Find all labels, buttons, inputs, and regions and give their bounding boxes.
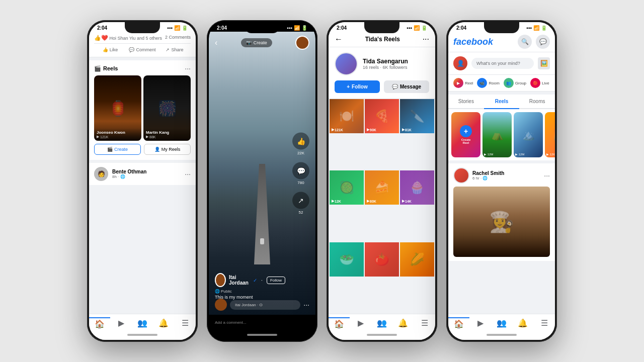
grid-item-5[interactable]: 🍰 ▶ 80K [365, 170, 399, 205]
tab-stories[interactable]: Stories [448, 95, 484, 108]
grid-item-3[interactable]: 🔪 ▶ 81K [400, 99, 434, 133]
grid-item-6[interactable]: 🧁 ▶ 14K [400, 170, 434, 205]
reel1-views: ▶ 121K [97, 135, 139, 139]
grid-item-1[interactable]: 🍽️ ▶ 121K [330, 99, 364, 133]
messenger-button[interactable]: 💬 [536, 35, 550, 49]
reels-title: 🎬 Reels [94, 65, 118, 72]
notch-2 [245, 22, 280, 33]
phone-2: 2:04 ▪▪▪ 📶 🔋 ‹ 📷 Create [207, 20, 317, 342]
quick-room-button[interactable]: 📹 Room [477, 78, 499, 88]
post-more-icon[interactable]: ··· [185, 170, 191, 178]
nav-video-3[interactable]: ▶ [350, 317, 371, 330]
reactions-row: 👍❤️ Hoi Shan Yiu and 5 others 2 Comments [94, 35, 191, 41]
phone4-screen: facebook 🔍 💬 👤 What's on your mind? 🖼️ ▶… [448, 32, 555, 314]
home-indicator-1 [89, 330, 196, 340]
reels-thumbnails-row: + CreateReel ⛺ ▶ 12M 🏔️ ▶ 12M 🌅 ▶ 12K [448, 109, 555, 160]
like-button[interactable]: 👍 Like [94, 46, 126, 54]
reel-thumb-3[interactable]: 🌅 ▶ 12K [545, 112, 555, 157]
grid-item-7[interactable]: 🥗 [330, 242, 364, 277]
nav-bell-1[interactable]: 🔔 [153, 317, 174, 330]
status-icons-1: ▪▪▪ 📶 🔋 [167, 25, 188, 31]
comment-more-icon[interactable]: ··· [303, 301, 309, 309]
home-bar-1 [127, 334, 157, 336]
quick-group-button[interactable]: 👥 Group [504, 78, 526, 88]
bottom-nav-3: 🏠 ▶ 👥 🔔 ☰ [329, 314, 435, 330]
profile-avatar [335, 52, 358, 75]
video-top-nav: ‹ 📷 Create [209, 32, 315, 54]
feed-post-image: 👩‍🍳 [453, 187, 550, 257]
quick-actions-bar: ▶ Reel 📹 Room 👥 Group 🔴 Live [448, 75, 555, 92]
home-bar-2 [247, 334, 277, 336]
user-avatar-4: 👤 [453, 56, 467, 70]
header-icons: 🔍 💬 [518, 35, 550, 49]
photo-icon[interactable]: 🖼️ [538, 57, 550, 69]
nav-menu-1[interactable]: ☰ [175, 317, 196, 330]
reel-card-1[interactable]: 🏮 Joonseo Kwon ▶ 121K [94, 75, 141, 141]
feed-post-more-icon[interactable]: ··· [544, 171, 550, 179]
share-button[interactable]: ↗ Share [158, 46, 191, 54]
video-user-avatar [295, 36, 309, 50]
my-reels-button[interactable]: 👤 My Reels [144, 144, 191, 155]
back-button[interactable]: ‹ [215, 38, 217, 47]
facebook-header: facebook 🔍 💬 [448, 32, 555, 52]
phone2-screen: ‹ 📷 Create 👍 22K 💬 780 [209, 32, 315, 330]
reel-thumb-1[interactable]: ⛺ ▶ 12M [482, 112, 512, 157]
grid-item-9[interactable]: 🌽 [400, 242, 434, 277]
like-action[interactable]: 👍 22K [292, 132, 309, 155]
profile-back-button[interactable]: ← [335, 35, 343, 44]
status-icons-3: ▪▪▪ 📶 🔋 [407, 25, 427, 31]
quick-reel-button[interactable]: ▶ Reel [453, 78, 473, 88]
create-reel-button[interactable]: 🎬 Create [94, 144, 141, 155]
profile-follow-button[interactable]: + Follow [335, 80, 380, 93]
reels-grid: 🏮 Joonseo Kwon ▶ 121K 🎆 [94, 75, 191, 141]
video-follow-button[interactable]: Follow [267, 277, 285, 284]
car-overlay [260, 238, 264, 244]
reel-card-2[interactable]: 🎆 Martin Kang ▶ 88K [143, 75, 191, 141]
phone3-screen: ← Tida's Reels ··· Tida Saengarun 16 ree… [329, 32, 435, 314]
grid-item-8[interactable]: 🍅 [365, 242, 399, 277]
share-action[interactable]: ↗ 52 [292, 192, 309, 214]
reel-thumb-2[interactable]: 🏔️ ▶ 12M [514, 112, 543, 157]
comment-avatar [215, 299, 227, 311]
reel-overlay-2: Martin Kang ▶ 88K [143, 128, 191, 141]
post-create-box: 👤 What's on your mind? 🖼️ [448, 52, 555, 75]
profile-more-button[interactable]: ··· [423, 35, 429, 44]
nav-video-4[interactable]: ▶ [469, 317, 491, 330]
profile-message-button[interactable]: 💬 Message [384, 80, 429, 93]
video-home-indicator [209, 330, 315, 340]
reels-more-icon[interactable]: ··· [185, 64, 191, 72]
search-button[interactable]: 🔍 [518, 35, 532, 49]
grid-item-2[interactable]: 🍕 ▶ 90K [365, 99, 399, 133]
post-input[interactable]: What's on your mind? [471, 58, 534, 69]
nav-people-4[interactable]: 👥 [491, 317, 512, 330]
create-reel-thumb[interactable]: + CreateReel [451, 112, 480, 157]
nav-home-1[interactable]: 🏠 [89, 317, 110, 330]
video-bottom-info: Itai Jordaan ✓ · Follow 🌐 Public This is… [215, 273, 285, 300]
phone-3: 2:04 ▪▪▪ 📶 🔋 ← Tida's Reels ··· Tida Sae… [327, 20, 437, 342]
tab-rooms[interactable]: Rooms [519, 95, 555, 108]
comment-button[interactable]: 💬 Comment [126, 46, 158, 54]
reactions-bar: 👍❤️ Hoi Shan Yiu and 5 others 2 Comments… [89, 32, 196, 57]
tab-reels[interactable]: Reels [484, 95, 520, 109]
video-create-button[interactable]: 📷 Create [241, 38, 272, 47]
grid-item-4[interactable]: 🥘 ▶ 12K [330, 170, 364, 205]
nav-people-1[interactable]: 👥 [132, 317, 153, 330]
nav-home-4[interactable]: 🏠 [448, 317, 469, 330]
home-bar-3 [367, 334, 397, 336]
reels-grid-profile: 🍽️ ▶ 121K 🍕 ▶ 90K 🔪 ▶ 81K 🥘 ▶ 12K 🍰 [329, 98, 435, 314]
home-indicator-3 [329, 330, 435, 340]
facebook-logo: facebook [453, 37, 493, 47]
nav-home-3[interactable]: 🏠 [329, 317, 350, 330]
nav-menu-3[interactable]: ☰ [414, 317, 435, 330]
nav-bell-3[interactable]: 🔔 [392, 317, 414, 330]
profile-action-btns: + Follow 💬 Message [329, 80, 435, 98]
reel-overlay-1: Joonseo Kwon ▶ 121K [94, 128, 141, 141]
quick-live-button[interactable]: 🔴 Live [530, 78, 549, 88]
nav-bell-4[interactable]: 🔔 [512, 317, 533, 330]
nav-people-3[interactable]: 👥 [371, 317, 392, 330]
nav-menu-4[interactable]: ☰ [534, 317, 555, 330]
phone1-screen: 👍❤️ Hoi Shan Yiu and 5 others 2 Comments… [89, 32, 196, 314]
nav-video-1[interactable]: ▶ [110, 317, 131, 330]
bottom-nav-4: 🏠 ▶ 👥 🔔 ☰ [448, 314, 555, 330]
comment-action[interactable]: 💬 780 [292, 162, 309, 185]
